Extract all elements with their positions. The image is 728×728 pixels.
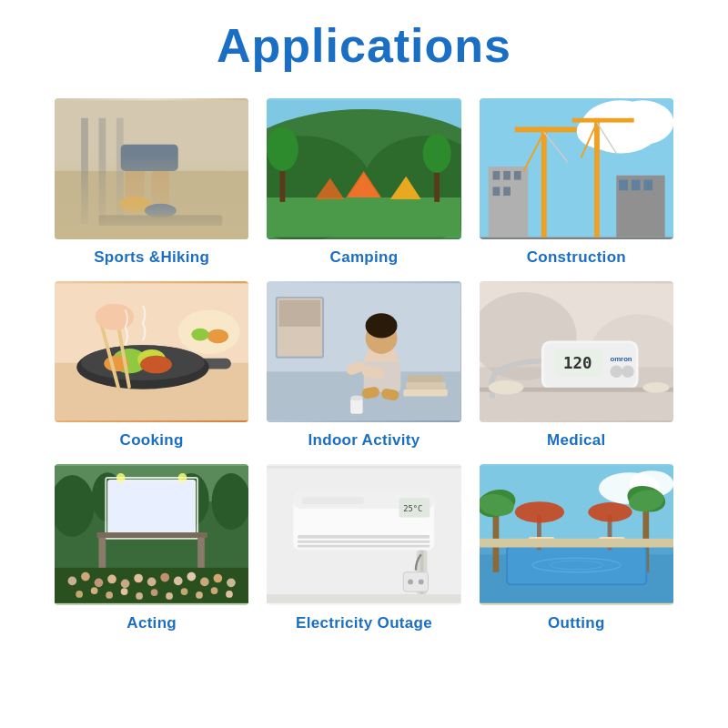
svg-point-132 bbox=[178, 473, 187, 482]
image-medical: 120 omron bbox=[480, 281, 673, 422]
svg-rect-2 bbox=[81, 118, 88, 224]
svg-rect-139 bbox=[302, 497, 364, 504]
image-electricity-outage: 25°C bbox=[267, 464, 460, 605]
svg-point-91 bbox=[488, 380, 523, 395]
svg-rect-4 bbox=[116, 118, 124, 224]
svg-point-89 bbox=[622, 366, 634, 379]
svg-rect-105 bbox=[97, 532, 207, 538]
svg-point-148 bbox=[408, 579, 413, 584]
svg-point-88 bbox=[610, 366, 622, 379]
svg-point-118 bbox=[214, 574, 223, 583]
svg-point-60 bbox=[191, 329, 208, 341]
svg-rect-78 bbox=[408, 375, 443, 382]
svg-point-108 bbox=[81, 572, 90, 581]
svg-rect-34 bbox=[541, 126, 547, 237]
svg-text:omron: omron bbox=[610, 355, 632, 363]
svg-point-131 bbox=[116, 473, 126, 482]
svg-point-113 bbox=[147, 578, 157, 587]
label-cooking: Cooking bbox=[120, 431, 184, 450]
grid-item-construction: Construction bbox=[480, 98, 673, 267]
svg-rect-33 bbox=[503, 187, 511, 196]
svg-rect-44 bbox=[631, 180, 640, 191]
grid-item-camping: Camping bbox=[267, 98, 460, 267]
svg-rect-101 bbox=[109, 481, 194, 535]
svg-point-9 bbox=[145, 204, 177, 218]
svg-rect-1 bbox=[55, 171, 248, 238]
svg-point-169 bbox=[588, 502, 632, 521]
svg-rect-7 bbox=[121, 145, 178, 171]
application-grid: Sports &Hiking bbox=[55, 98, 673, 632]
grid-item-medical: 120 omron Medical bbox=[480, 281, 673, 450]
svg-text:120: 120 bbox=[563, 354, 592, 372]
label-medical: Medical bbox=[547, 431, 605, 450]
svg-rect-30 bbox=[503, 171, 511, 180]
svg-point-167 bbox=[514, 501, 563, 522]
svg-point-68 bbox=[366, 313, 398, 338]
grid-item-outting: Outting bbox=[480, 464, 673, 632]
svg-rect-172 bbox=[480, 539, 673, 548]
label-camping: Camping bbox=[330, 248, 399, 267]
svg-point-114 bbox=[160, 573, 169, 582]
svg-point-92 bbox=[642, 382, 669, 393]
svg-rect-135 bbox=[267, 466, 460, 468]
svg-point-120 bbox=[76, 591, 83, 598]
svg-point-149 bbox=[419, 579, 424, 584]
svg-text:25°C: 25°C bbox=[404, 504, 423, 513]
svg-rect-150 bbox=[267, 594, 460, 603]
svg-rect-142 bbox=[298, 545, 430, 548]
image-indoor-activity bbox=[267, 281, 460, 422]
svg-rect-141 bbox=[298, 541, 430, 543]
svg-rect-32 bbox=[492, 187, 500, 196]
svg-point-124 bbox=[136, 592, 143, 600]
svg-point-110 bbox=[107, 575, 116, 584]
svg-rect-35 bbox=[514, 126, 576, 132]
svg-point-119 bbox=[227, 578, 236, 587]
page: Applications bbox=[0, 0, 728, 728]
svg-point-17 bbox=[267, 126, 298, 170]
svg-rect-3 bbox=[98, 118, 106, 224]
svg-point-116 bbox=[187, 572, 196, 581]
svg-point-117 bbox=[200, 578, 209, 587]
grid-item-indoor-activity: Indoor Activity bbox=[267, 281, 460, 450]
svg-point-125 bbox=[151, 589, 158, 596]
svg-point-107 bbox=[68, 577, 77, 586]
svg-point-54 bbox=[140, 356, 172, 373]
svg-rect-29 bbox=[492, 171, 500, 180]
image-outting bbox=[480, 464, 673, 605]
svg-rect-76 bbox=[404, 389, 448, 397]
image-sports-hiking bbox=[55, 98, 248, 239]
image-camping bbox=[267, 98, 460, 239]
svg-point-128 bbox=[196, 592, 203, 599]
svg-point-126 bbox=[166, 592, 173, 600]
svg-point-122 bbox=[106, 592, 113, 599]
label-construction: Construction bbox=[527, 248, 626, 267]
image-acting bbox=[55, 464, 248, 605]
svg-rect-38 bbox=[594, 118, 600, 238]
label-sports-hiking: Sports &Hiking bbox=[94, 248, 209, 267]
svg-point-97 bbox=[212, 473, 249, 530]
label-indoor-activity: Indoor Activity bbox=[308, 431, 420, 450]
svg-rect-45 bbox=[643, 180, 652, 191]
label-acting: Acting bbox=[126, 614, 177, 632]
svg-point-75 bbox=[350, 395, 363, 400]
grid-item-acting: Acting bbox=[55, 464, 248, 632]
grid-item-cooking: Cooking bbox=[55, 281, 248, 450]
svg-rect-77 bbox=[407, 382, 447, 389]
svg-point-115 bbox=[174, 577, 183, 586]
svg-point-129 bbox=[211, 587, 218, 594]
svg-point-121 bbox=[91, 587, 98, 594]
svg-rect-140 bbox=[298, 535, 430, 539]
image-cooking bbox=[55, 281, 248, 422]
svg-point-127 bbox=[181, 588, 188, 595]
svg-rect-163 bbox=[508, 548, 645, 584]
svg-point-59 bbox=[207, 329, 228, 344]
svg-point-130 bbox=[226, 591, 233, 598]
label-outting: Outting bbox=[548, 614, 605, 632]
page-title: Applications bbox=[217, 18, 511, 73]
svg-point-111 bbox=[121, 579, 130, 588]
svg-rect-5 bbox=[126, 154, 145, 202]
grid-item-electricity-outage: 25°C Electricity Outage bbox=[267, 464, 460, 632]
svg-rect-6 bbox=[152, 167, 169, 210]
svg-point-58 bbox=[178, 309, 240, 353]
svg-rect-39 bbox=[571, 118, 633, 123]
